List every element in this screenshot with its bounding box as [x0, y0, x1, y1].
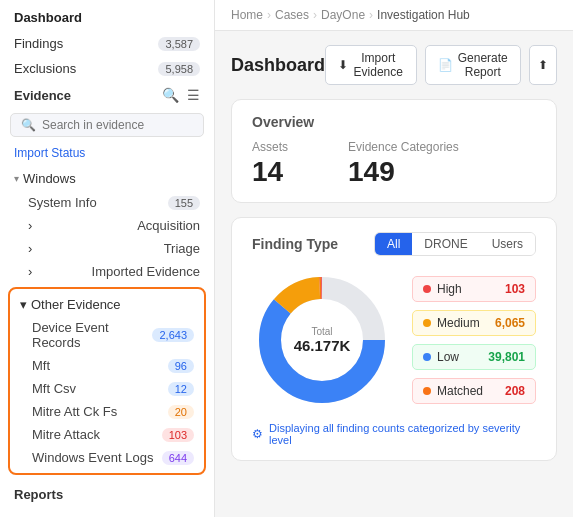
legend-item-matched: Matched 208	[412, 378, 536, 404]
triage-chevron: ›	[28, 241, 32, 256]
filter-icon[interactable]: ☰	[187, 87, 200, 103]
low-label: Low	[437, 350, 459, 364]
mitre-attack-label: Mitre Attack	[32, 427, 100, 442]
import-status-link[interactable]: Import Status	[14, 146, 85, 160]
assets-stat: Assets 14	[252, 140, 288, 188]
imported-evidence-item[interactable]: › Imported Evidence	[0, 260, 214, 283]
list-item[interactable]: Mft Csv 12	[10, 377, 204, 400]
other-evidence-toggle[interactable]: ▾ Other Evidence	[10, 293, 204, 316]
info-icon: ⚙	[252, 427, 263, 441]
system-info-item[interactable]: System Info 155	[0, 191, 214, 214]
legend-matched-text: Matched	[423, 384, 483, 398]
content-header: Dashboard ⬇ Import Evidence 📄 Generate R…	[231, 45, 557, 85]
evidence-search-box[interactable]: 🔍	[10, 113, 204, 137]
breadcrumb-home[interactable]: Home	[231, 8, 263, 22]
more-icon: ⬆	[538, 58, 548, 72]
tab-all[interactable]: All	[375, 233, 412, 255]
search-mag-icon: 🔍	[21, 118, 36, 132]
legend: High 103 Medium 6,065	[412, 276, 536, 404]
breadcrumb-sep-1: ›	[267, 8, 271, 22]
findings-badge: 3,587	[158, 37, 200, 51]
windows-label: Windows	[23, 171, 76, 186]
high-value: 103	[505, 282, 525, 296]
other-evidence-section: ▾ Other Evidence Device Event Records 2,…	[8, 287, 206, 475]
search-input[interactable]	[42, 118, 193, 132]
low-dot	[423, 353, 431, 361]
mitre-att-badge: 20	[168, 405, 194, 419]
medium-dot	[423, 319, 431, 327]
tab-users[interactable]: Users	[480, 233, 535, 255]
finding-type-card: Finding Type All DRONE Users	[231, 217, 557, 461]
categories-stat: Evidence Categories 149	[348, 140, 459, 188]
legend-medium-text: Medium	[423, 316, 480, 330]
windows-event-logs-label: Windows Event Logs	[32, 450, 153, 465]
overview-title: Overview	[252, 114, 536, 130]
mft-label: Mft	[32, 358, 50, 373]
breadcrumb-sep-3: ›	[369, 8, 373, 22]
medium-value: 6,065	[495, 316, 525, 330]
sidebar-item-findings[interactable]: Findings 3,587	[0, 31, 214, 56]
legend-item-low: Low 39,801	[412, 344, 536, 370]
legend-high-text: High	[423, 282, 462, 296]
import-icon: ⬇	[338, 58, 348, 72]
legend-item-high: High 103	[412, 276, 536, 302]
findings-label: Findings	[14, 36, 63, 51]
acquisition-chevron: ›	[28, 218, 32, 233]
windows-chevron: ▾	[14, 173, 19, 184]
other-evidence-label: Other Evidence	[31, 297, 121, 312]
low-value: 39,801	[488, 350, 525, 364]
search-icon[interactable]: 🔍	[162, 87, 179, 103]
breadcrumb-dayone[interactable]: DayOne	[321, 8, 365, 22]
tab-drone[interactable]: DRONE	[412, 233, 479, 255]
list-item[interactable]: Mitre Att Ck Fs 20	[10, 400, 204, 423]
sidebar: Dashboard Findings 3,587 Exclusions 5,95…	[0, 0, 215, 517]
matched-value: 208	[505, 384, 525, 398]
import-label: Import Evidence	[353, 51, 404, 79]
content-area: Dashboard ⬇ Import Evidence 📄 Generate R…	[215, 31, 573, 517]
import-evidence-button[interactable]: ⬇ Import Evidence	[325, 45, 417, 85]
more-button[interactable]: ⬆	[529, 45, 557, 85]
list-item[interactable]: Mft 96	[10, 354, 204, 377]
triage-item[interactable]: › Triage	[0, 237, 214, 260]
report-icon: 📄	[438, 58, 453, 72]
sidebar-title: Dashboard	[0, 0, 214, 31]
list-item[interactable]: Device Event Records 2,643	[10, 316, 204, 354]
evidence-header: Evidence 🔍 ☰	[0, 81, 214, 109]
high-label: High	[437, 282, 462, 296]
button-group: ⬇ Import Evidence 📄 Generate Report ⬆	[325, 45, 557, 85]
list-item[interactable]: Windows Event Logs 644	[10, 446, 204, 469]
breadcrumb-sep-2: ›	[313, 8, 317, 22]
donut-chart: Total 46.177K	[252, 270, 392, 410]
donut-total-label: Total	[294, 326, 351, 337]
exclusions-label: Exclusions	[14, 61, 76, 76]
reports-section[interactable]: Reports	[0, 479, 214, 510]
breadcrumb-cases[interactable]: Cases	[275, 8, 309, 22]
assets-value: 14	[252, 156, 288, 188]
device-event-badge: 2,643	[152, 328, 194, 342]
acquisition-item[interactable]: › Acquisition	[0, 214, 214, 237]
system-info-label: System Info	[28, 195, 97, 210]
assets-label: Assets	[252, 140, 288, 154]
donut-center: Total 46.177K	[294, 326, 351, 354]
system-info-badge: 155	[168, 196, 200, 210]
footer-note-text: Displaying all finding counts categorize…	[269, 422, 536, 446]
sidebar-item-exclusions[interactable]: Exclusions 5,958	[0, 56, 214, 81]
imported-evidence-label: Imported Evidence	[92, 264, 200, 279]
mft-csv-badge: 12	[168, 382, 194, 396]
generate-report-button[interactable]: 📄 Generate Report	[425, 45, 521, 85]
mitre-att-label: Mitre Att Ck Fs	[32, 404, 117, 419]
evidence-title: Evidence	[14, 88, 71, 103]
matched-label: Matched	[437, 384, 483, 398]
mitre-attack-badge: 103	[162, 428, 194, 442]
overview-stats: Assets 14 Evidence Categories 149	[252, 140, 536, 188]
other-evidence-chevron: ▾	[20, 297, 27, 312]
import-status-container: Import Status	[0, 141, 214, 166]
legend-item-medium: Medium 6,065	[412, 310, 536, 336]
triage-label: Triage	[164, 241, 200, 256]
medium-label: Medium	[437, 316, 480, 330]
windows-event-logs-badge: 644	[162, 451, 194, 465]
mft-badge: 96	[168, 359, 194, 373]
list-item[interactable]: Mitre Attack 103	[10, 423, 204, 446]
high-dot	[423, 285, 431, 293]
windows-toggle[interactable]: ▾ Windows	[0, 166, 214, 191]
